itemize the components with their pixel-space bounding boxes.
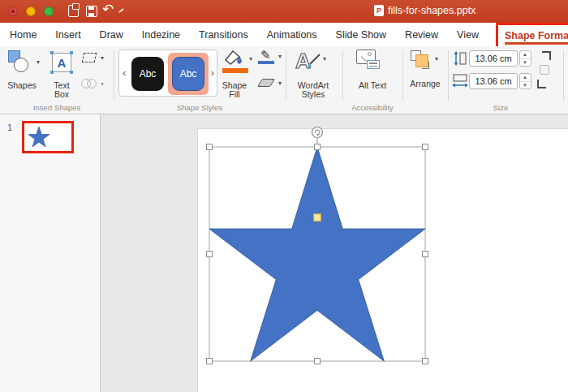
tab-shape-format[interactable]: Shape Format xyxy=(505,30,568,41)
shape-width-icon xyxy=(452,74,468,88)
close-button[interactable] xyxy=(8,6,18,16)
lock-aspect-ratio-icon xyxy=(542,51,551,60)
ribbon: ▾ Shapes A Text Box ▾ ▾ Insert Shapes ‹ … xyxy=(0,46,568,114)
shape-fill-dropdown-icon[interactable]: ▾ xyxy=(249,56,252,62)
shape-fill-button[interactable]: Shape Fill xyxy=(216,81,253,99)
shapes-dropdown-icon[interactable]: ▾ xyxy=(37,59,40,66)
arrange-icon[interactable] xyxy=(411,50,430,70)
tab-animations[interactable]: Animations xyxy=(267,29,317,41)
tab-home[interactable]: Home xyxy=(10,29,37,41)
shape-format-annotation-box: Shape Format xyxy=(496,23,568,49)
redo-icon[interactable] xyxy=(118,10,124,11)
gallery-prev-icon[interactable]: ‹ xyxy=(123,67,126,79)
rotation-handle[interactable] xyxy=(312,127,323,138)
shape-outline-icon[interactable]: ✎ xyxy=(258,48,276,64)
resize-handle-mid-left[interactable] xyxy=(207,252,213,257)
alt-text-button[interactable]: Alt Text xyxy=(346,81,398,90)
tab-review[interactable]: Review xyxy=(405,29,438,41)
tab-transitions[interactable]: Transitions xyxy=(199,29,248,41)
new-slide-icon[interactable] xyxy=(68,5,79,17)
text-box-icon[interactable]: A xyxy=(52,53,71,72)
powerpoint-file-icon: P xyxy=(374,5,384,16)
resize-handle-bottom-left[interactable] xyxy=(207,359,213,364)
text-box-button[interactable]: Text Box xyxy=(45,81,78,99)
slide-thumbnail-annotation-box xyxy=(22,121,74,153)
height-stepper[interactable] xyxy=(519,50,531,67)
shape-style-black[interactable]: Abc xyxy=(131,57,164,91)
edit-shape-icon[interactable] xyxy=(83,53,96,62)
workspace: 1 xyxy=(0,114,568,392)
resize-handle-top-center[interactable] xyxy=(315,144,321,150)
arrange-button[interactable]: Arrange xyxy=(402,80,448,88)
ribbon-tab-bar: Home Insert Draw Indezine Transitions An… xyxy=(0,23,568,46)
group-label-shape-styles: Shape Styles xyxy=(114,103,286,112)
tab-insert[interactable]: Insert xyxy=(55,29,80,41)
wordart-dropdown-icon[interactable]: ▾ xyxy=(323,56,326,62)
shape-style-gallery: ‹ Abc Abc › xyxy=(118,50,217,97)
document-title-text: fills-for-shapes.pptx xyxy=(388,5,475,16)
tab-indezine[interactable]: Indezine xyxy=(142,29,180,41)
save-icon[interactable] xyxy=(86,6,97,17)
wordart-brush-icon xyxy=(303,53,321,71)
zoom-button[interactable] xyxy=(44,6,54,16)
undo-icon[interactable]: ↶ xyxy=(102,4,114,15)
resize-handle-bottom-center[interactable] xyxy=(315,359,321,364)
arrange-dropdown-icon[interactable]: ▾ xyxy=(435,56,438,62)
lock-aspect-ratio-icon xyxy=(537,80,546,88)
resize-handle-top-right[interactable] xyxy=(423,144,428,150)
document-title: P fills-for-shapes.pptx xyxy=(374,5,475,16)
alt-text-lines-icon xyxy=(367,60,380,69)
group-wordart: A ▾ WordArt Styles xyxy=(286,46,342,114)
width-stepper[interactable] xyxy=(519,73,531,89)
shape-width-input[interactable] xyxy=(469,73,518,89)
selected-shape-overlay xyxy=(197,122,568,392)
shape-height-input[interactable] xyxy=(469,50,518,67)
merge-shapes-icon[interactable] xyxy=(81,79,97,88)
wordart-styles-button[interactable]: WordArt Styles xyxy=(287,81,339,99)
slide-thumbnail-panel: 1 xyxy=(0,114,101,392)
slide-1-thumbnail[interactable] xyxy=(24,123,71,151)
shapes-button[interactable]: Shapes xyxy=(2,81,42,90)
slide-number: 1 xyxy=(7,123,12,132)
tab-draw[interactable]: Draw xyxy=(100,29,123,41)
group-label-insert-shapes: Insert Shapes xyxy=(0,103,114,112)
lock-aspect-ratio-checkbox[interactable] xyxy=(540,65,549,75)
shape-fill-bucket-icon[interactable] xyxy=(222,49,245,68)
shapes-icon[interactable] xyxy=(8,50,34,76)
edit-shape-dropdown-icon[interactable]: ▾ xyxy=(101,55,104,62)
shape-effects-dropdown-icon[interactable]: ▾ xyxy=(278,80,282,87)
star-shape[interactable] xyxy=(209,147,425,361)
thumbnail-star-shape xyxy=(28,127,49,147)
group-label-accessibility: Accessibility xyxy=(338,103,407,112)
group-divider xyxy=(563,50,564,101)
gallery-next-icon[interactable]: › xyxy=(211,67,214,79)
shape-effects-icon[interactable] xyxy=(260,79,273,87)
title-bar: ↶ P fills-for-shapes.pptx xyxy=(0,0,568,23)
group-label-size: Size xyxy=(448,103,553,112)
resize-handle-top-left[interactable] xyxy=(207,144,213,150)
group-arrange: ▾ Arrange xyxy=(402,46,448,114)
tab-slide-show[interactable]: Slide Show xyxy=(336,29,387,41)
resize-handle-mid-right[interactable] xyxy=(423,252,428,257)
merge-shapes-dropdown-icon[interactable]: ▾ xyxy=(101,81,104,88)
shape-style-blue-selected[interactable]: Abc xyxy=(172,57,204,91)
group-size: Size xyxy=(448,46,563,114)
adjustment-handle[interactable] xyxy=(314,214,321,222)
resize-handle-bottom-right[interactable] xyxy=(423,359,428,364)
shape-height-icon xyxy=(453,51,467,66)
shape-fill-color-bar xyxy=(222,68,248,73)
active-tab-underline xyxy=(505,42,568,45)
shape-outline-dropdown-icon[interactable]: ▾ xyxy=(278,54,282,60)
tab-view[interactable]: View xyxy=(457,29,479,41)
group-accessibility: Alt Text Accessibility xyxy=(342,46,402,114)
minimize-button[interactable] xyxy=(26,6,36,16)
group-shape-styles: ‹ Abc Abc › ▾ Shape Fill ✎ ▾ ▾ Shape Sty… xyxy=(114,46,286,114)
group-insert-shapes: ▾ Shapes A Text Box ▾ ▾ Insert Shapes xyxy=(0,46,114,114)
